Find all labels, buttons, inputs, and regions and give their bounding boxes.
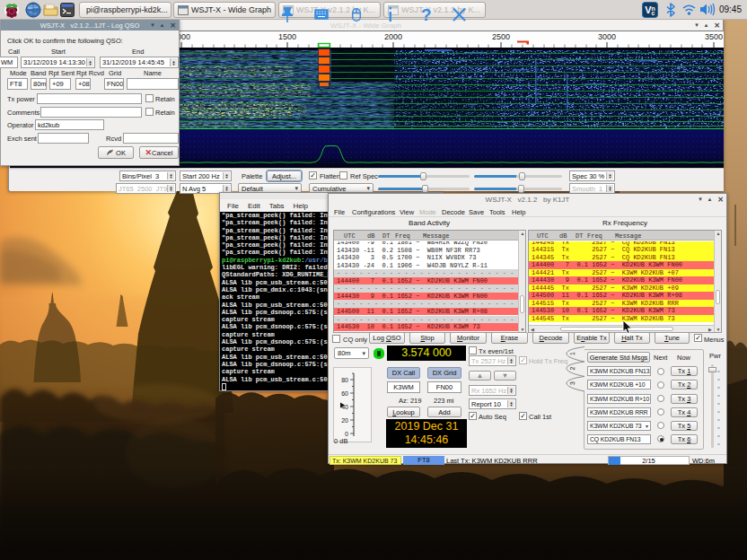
svg-text:1: 1	[569, 352, 576, 355]
svg-text:?: ?	[421, 5, 432, 24]
svg-text:3: 3	[569, 381, 576, 385]
svg-text:2000: 2000	[384, 32, 402, 41]
svg-text:3000: 3000	[598, 32, 616, 41]
svg-text:2500: 2500	[492, 32, 510, 41]
svg-text:80: 80	[341, 377, 348, 383]
svg-text:20: 20	[341, 417, 348, 424]
svg-text:60: 60	[341, 390, 348, 397]
svg-text:1500: 1500	[278, 32, 296, 41]
svg-text:0: 0	[345, 431, 348, 437]
svg-text:3500: 3500	[705, 32, 723, 41]
svg-text:2: 2	[569, 366, 576, 370]
